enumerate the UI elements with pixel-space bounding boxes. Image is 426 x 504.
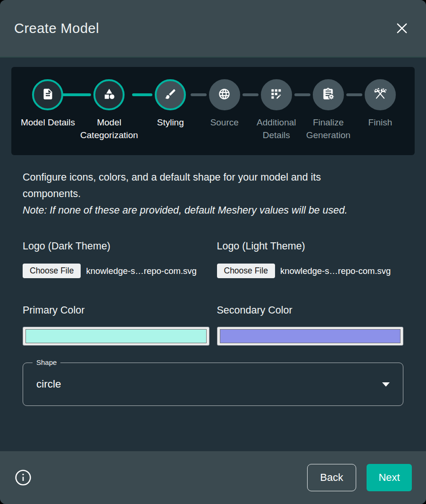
shape-select-label: Shape (33, 358, 60, 366)
brush-icon (164, 88, 177, 102)
dialog-footer: Back Next (0, 451, 426, 504)
create-model-dialog: Create Model Model Details (0, 0, 426, 504)
stepper: Model Details Model Categorization (11, 67, 415, 155)
step-source: Source (199, 79, 251, 142)
step-circle (32, 79, 63, 110)
step-label: Model Categorization (76, 116, 142, 142)
step-circle (365, 79, 396, 110)
clipboard-gear-icon (322, 87, 335, 102)
step-finalize-generation: Finalize Generation (302, 79, 354, 142)
back-button[interactable]: Back (307, 464, 356, 491)
step-label: Finish (368, 116, 393, 129)
step-styling: Styling (142, 79, 199, 142)
step-model-details: Model Details (20, 79, 76, 142)
step-label: Additional Details (251, 116, 302, 142)
step-connector (191, 93, 207, 96)
step-circle (93, 79, 125, 110)
step-circle (209, 79, 240, 110)
close-icon (395, 30, 409, 37)
step-circle (313, 79, 344, 110)
app-registration-icon (270, 88, 283, 102)
primary-color-input[interactable] (23, 327, 209, 346)
step-connector (132, 93, 152, 96)
step-label: Finalize Generation (302, 116, 354, 142)
step-additional-details: Additional Details (251, 79, 302, 142)
dialog-header: Create Model (0, 0, 426, 58)
step-circle (261, 79, 292, 110)
secondary-color-swatch (220, 329, 401, 343)
secondary-color-label: Secondary Color (217, 305, 404, 316)
choose-file-button[interactable]: Choose File (217, 264, 275, 278)
description-note: Note: If none of these are provided, def… (23, 202, 403, 219)
logo-dark-file-input: Choose File knowledge-s…repo-com.svg (23, 264, 209, 278)
info-icon (14, 481, 32, 488)
step-label: Model Details (21, 116, 75, 129)
step-model-categorization: Model Categorization (76, 79, 142, 142)
primary-color-field: Primary Color (23, 305, 209, 346)
logo-light-label: Logo (Light Theme) (217, 240, 404, 252)
step-connector (60, 93, 91, 96)
screen: Create Model Model Details (0, 0, 426, 504)
step-circle (155, 79, 186, 110)
step-connector (294, 93, 310, 96)
close-button[interactable] (392, 18, 412, 38)
color-section: Primary Color Secondary Color (23, 305, 403, 346)
logo-light-field: Logo (Light Theme) Choose File knowledge… (217, 240, 404, 278)
logo-dark-label: Logo (Dark Theme) (23, 240, 209, 252)
dialog-title: Create Model (14, 21, 99, 36)
step-connector (346, 93, 362, 96)
category-shapes-icon (103, 88, 116, 102)
step-label: Styling (157, 116, 184, 129)
info-button[interactable] (14, 469, 32, 487)
logo-light-file-input: Choose File knowledge-s…repo-com.svg (217, 264, 404, 278)
logo-section: Logo (Dark Theme) Choose File knowledge-… (23, 240, 403, 278)
step-label: Source (210, 116, 239, 129)
description-text: Configure icons, colors, and a default s… (23, 169, 359, 202)
step-connector (242, 93, 259, 96)
primary-color-label: Primary Color (23, 305, 209, 316)
secondary-color-field: Secondary Color (217, 305, 404, 346)
secondary-color-input[interactable] (217, 327, 404, 346)
step-description: Configure icons, colors, and a default s… (23, 169, 403, 219)
document-icon (42, 88, 54, 102)
checkered-flags-icon (374, 87, 387, 102)
shape-select[interactable]: Shape circle (23, 363, 403, 406)
chevron-down-icon (382, 382, 390, 387)
globe-icon (218, 88, 231, 102)
file-name: knowledge-s…repo-com.svg (280, 266, 391, 276)
choose-file-button[interactable]: Choose File (23, 264, 81, 278)
dialog-body: Model Details Model Categorization (0, 58, 426, 451)
shape-select-value: circle (36, 378, 61, 390)
step-finish: Finish (354, 79, 406, 142)
file-name: knowledge-s…repo-com.svg (86, 266, 196, 276)
next-button[interactable]: Next (367, 464, 412, 491)
primary-color-swatch (25, 329, 207, 343)
logo-dark-field: Logo (Dark Theme) Choose File knowledge-… (23, 240, 209, 278)
